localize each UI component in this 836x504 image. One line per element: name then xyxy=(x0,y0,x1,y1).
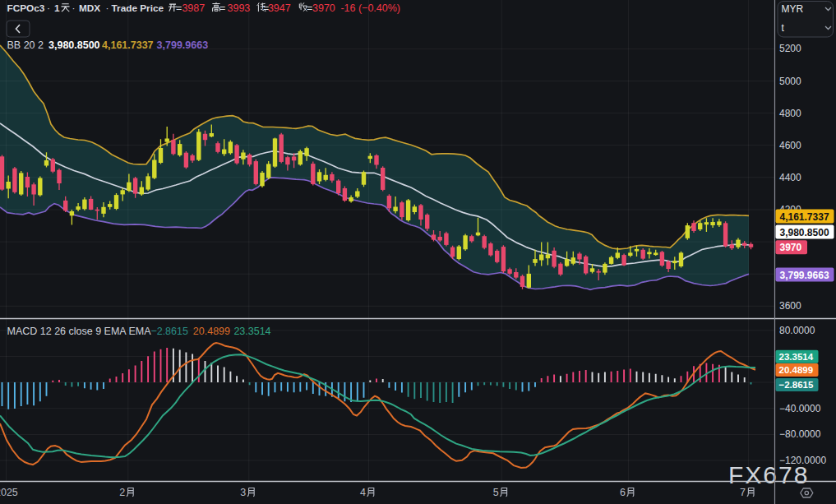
svg-text:4400: 4400 xyxy=(779,172,801,183)
svg-text:3: 3 xyxy=(240,487,246,498)
svg-text:4,161.7337: 4,161.7337 xyxy=(102,39,154,51)
svg-text:3970: 3970 xyxy=(312,2,335,14)
svg-text:3987: 3987 xyxy=(182,2,205,14)
svg-text:·: · xyxy=(47,2,50,14)
svg-text:MYR: MYR xyxy=(782,3,804,15)
svg-text:3,799.9663: 3,799.9663 xyxy=(157,39,209,51)
svg-text:−2.8615: −2.8615 xyxy=(779,380,814,390)
svg-text:4600: 4600 xyxy=(779,140,801,151)
svg-text:3993: 3993 xyxy=(228,2,251,14)
svg-text:3,799.9663: 3,799.9663 xyxy=(780,270,829,281)
svg-text:3,980.8500: 3,980.8500 xyxy=(780,227,829,238)
svg-text:=: = xyxy=(219,2,225,14)
svg-text:-16 (−0.40%): -16 (−0.40%) xyxy=(340,2,400,14)
svg-text:5: 5 xyxy=(493,487,499,498)
svg-text:FCPOc3: FCPOc3 xyxy=(7,2,45,14)
svg-text:23.3514: 23.3514 xyxy=(779,352,814,362)
svg-text:80.0000: 80.0000 xyxy=(779,325,815,336)
svg-text:2: 2 xyxy=(119,487,125,498)
svg-text:5200: 5200 xyxy=(779,43,801,54)
svg-text:20.4899: 20.4899 xyxy=(779,365,814,375)
svg-text:Trade Price: Trade Price xyxy=(112,2,164,14)
svg-text:3600: 3600 xyxy=(779,300,801,312)
svg-text:−120.0000: −120.0000 xyxy=(779,455,826,466)
svg-text:1: 1 xyxy=(54,2,60,14)
svg-text:4: 4 xyxy=(360,487,366,498)
svg-text:MDX: MDX xyxy=(79,2,100,14)
svg-text:20.4899: 20.4899 xyxy=(193,326,230,337)
svg-text:3947: 3947 xyxy=(268,2,291,14)
svg-text:7: 7 xyxy=(740,487,746,498)
svg-text:6: 6 xyxy=(620,487,626,498)
svg-text:3970: 3970 xyxy=(780,242,802,253)
svg-text:23.3514: 23.3514 xyxy=(233,326,270,337)
svg-text:3,980.8500: 3,980.8500 xyxy=(48,39,100,51)
svg-text:−2.8615: −2.8615 xyxy=(150,326,188,337)
svg-text:−40.0000: −40.0000 xyxy=(779,403,821,414)
svg-text:=: = xyxy=(176,2,182,14)
svg-text:BB 20 2: BB 20 2 xyxy=(7,39,44,51)
svg-text:·: · xyxy=(106,2,109,14)
svg-text:2025: 2025 xyxy=(0,487,18,498)
svg-text:MACD 12 26 close 9 EMA EMA: MACD 12 26 close 9 EMA EMA xyxy=(7,326,152,337)
svg-text:4,161.7337: 4,161.7337 xyxy=(780,211,829,223)
svg-text:·: · xyxy=(72,2,76,14)
svg-text:5000: 5000 xyxy=(779,76,801,87)
svg-text:−80.0000: −80.0000 xyxy=(779,428,821,440)
svg-text:4800: 4800 xyxy=(779,108,801,119)
